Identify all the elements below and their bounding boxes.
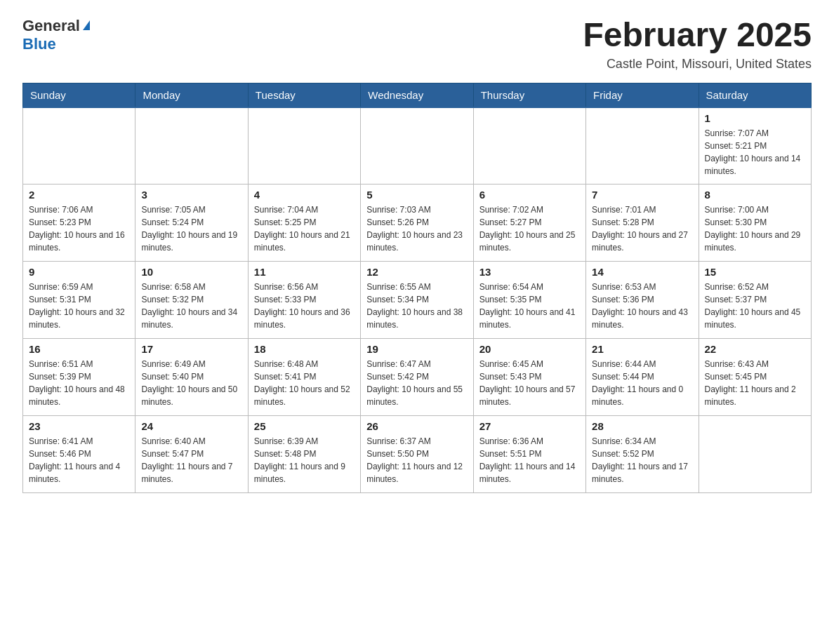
- day-info: Sunrise: 6:53 AMSunset: 5:36 PMDaylight:…: [592, 281, 692, 331]
- day-info: Sunrise: 7:00 AMSunset: 5:30 PMDaylight:…: [705, 203, 805, 254]
- calendar-cell: 12Sunrise: 6:55 AMSunset: 5:34 PMDayligh…: [361, 262, 473, 339]
- calendar-cell: 16Sunrise: 6:51 AMSunset: 5:39 PMDayligh…: [23, 339, 135, 416]
- calendar-cell: [699, 416, 811, 493]
- calendar-cell: 18Sunrise: 6:48 AMSunset: 5:41 PMDayligh…: [248, 339, 360, 416]
- day-number: 23: [29, 420, 129, 432]
- day-info: Sunrise: 6:44 AMSunset: 5:44 PMDaylight:…: [592, 358, 692, 408]
- month-title: February 2025: [583, 17, 812, 54]
- day-number: 18: [254, 343, 355, 355]
- day-number: 3: [141, 189, 241, 201]
- day-info: Sunrise: 6:40 AMSunset: 5:47 PMDaylight:…: [141, 435, 241, 485]
- calendar-cell: 26Sunrise: 6:37 AMSunset: 5:50 PMDayligh…: [361, 416, 473, 493]
- day-number: 12: [366, 266, 467, 278]
- calendar-cell: 2Sunrise: 7:06 AMSunset: 5:23 PMDaylight…: [23, 185, 135, 262]
- day-number: 10: [141, 266, 241, 278]
- calendar-week-row: 16Sunrise: 6:51 AMSunset: 5:39 PMDayligh…: [23, 339, 812, 416]
- calendar-cell: 22Sunrise: 6:43 AMSunset: 5:45 PMDayligh…: [699, 339, 811, 416]
- day-info: Sunrise: 7:06 AMSunset: 5:23 PMDaylight:…: [29, 203, 129, 254]
- day-number: 5: [366, 189, 467, 201]
- day-number: 22: [705, 343, 805, 355]
- calendar-cell: 10Sunrise: 6:58 AMSunset: 5:32 PMDayligh…: [135, 262, 248, 339]
- calendar-cell: 9Sunrise: 6:59 AMSunset: 5:31 PMDaylight…: [23, 262, 135, 339]
- calendar-week-row: 2Sunrise: 7:06 AMSunset: 5:23 PMDaylight…: [23, 185, 812, 262]
- day-number: 21: [592, 343, 692, 355]
- calendar-cell: [473, 107, 585, 185]
- day-info: Sunrise: 6:56 AMSunset: 5:33 PMDaylight:…: [254, 281, 355, 331]
- day-number: 14: [592, 266, 692, 278]
- calendar-cell: 28Sunrise: 6:34 AMSunset: 5:52 PMDayligh…: [586, 416, 699, 493]
- day-info: Sunrise: 6:39 AMSunset: 5:48 PMDaylight:…: [254, 435, 355, 485]
- day-info: Sunrise: 6:34 AMSunset: 5:52 PMDaylight:…: [592, 435, 692, 485]
- calendar-cell: 20Sunrise: 6:45 AMSunset: 5:43 PMDayligh…: [473, 339, 585, 416]
- weekday-header-tuesday: Tuesday: [248, 83, 360, 107]
- calendar-cell: 11Sunrise: 6:56 AMSunset: 5:33 PMDayligh…: [248, 262, 360, 339]
- weekday-header-wednesday: Wednesday: [361, 83, 473, 107]
- calendar-cell: 6Sunrise: 7:02 AMSunset: 5:27 PMDaylight…: [473, 185, 585, 262]
- day-info: Sunrise: 6:49 AMSunset: 5:40 PMDaylight:…: [141, 358, 241, 408]
- calendar-cell: 19Sunrise: 6:47 AMSunset: 5:42 PMDayligh…: [361, 339, 473, 416]
- weekday-header-saturday: Saturday: [699, 83, 811, 107]
- calendar-cell: 7Sunrise: 7:01 AMSunset: 5:28 PMDaylight…: [586, 185, 699, 262]
- calendar-cell: 23Sunrise: 6:41 AMSunset: 5:46 PMDayligh…: [23, 416, 135, 493]
- day-number: 2: [29, 189, 129, 201]
- day-info: Sunrise: 6:59 AMSunset: 5:31 PMDaylight:…: [29, 281, 129, 331]
- calendar-cell: 5Sunrise: 7:03 AMSunset: 5:26 PMDaylight…: [361, 185, 473, 262]
- day-number: 11: [254, 266, 355, 278]
- calendar-cell: 27Sunrise: 6:36 AMSunset: 5:51 PMDayligh…: [473, 416, 585, 493]
- day-number: 7: [592, 189, 692, 201]
- weekday-header-monday: Monday: [135, 83, 248, 107]
- calendar-cell: 24Sunrise: 6:40 AMSunset: 5:47 PMDayligh…: [135, 416, 248, 493]
- day-info: Sunrise: 6:58 AMSunset: 5:32 PMDaylight:…: [141, 281, 241, 331]
- day-number: 6: [479, 189, 580, 201]
- day-info: Sunrise: 7:05 AMSunset: 5:24 PMDaylight:…: [141, 203, 241, 254]
- logo-triangle-icon: [83, 20, 90, 30]
- day-info: Sunrise: 6:41 AMSunset: 5:46 PMDaylight:…: [29, 435, 129, 485]
- calendar-cell: 3Sunrise: 7:05 AMSunset: 5:24 PMDaylight…: [135, 185, 248, 262]
- calendar-week-row: 1Sunrise: 7:07 AMSunset: 5:21 PMDaylight…: [23, 107, 812, 185]
- calendar-cell: [248, 107, 360, 185]
- calendar-cell: [135, 107, 248, 185]
- calendar-cell: [586, 107, 699, 185]
- calendar-cell: 21Sunrise: 6:44 AMSunset: 5:44 PMDayligh…: [586, 339, 699, 416]
- calendar-cell: 14Sunrise: 6:53 AMSunset: 5:36 PMDayligh…: [586, 262, 699, 339]
- calendar-cell: [361, 107, 473, 185]
- day-info: Sunrise: 6:36 AMSunset: 5:51 PMDaylight:…: [479, 435, 580, 485]
- day-number: 9: [29, 266, 129, 278]
- day-info: Sunrise: 7:07 AMSunset: 5:21 PMDaylight:…: [705, 127, 805, 177]
- calendar-table: SundayMondayTuesdayWednesdayThursdayFrid…: [22, 83, 812, 494]
- day-number: 26: [366, 420, 467, 432]
- calendar-cell: 25Sunrise: 6:39 AMSunset: 5:48 PMDayligh…: [248, 416, 360, 493]
- day-number: 16: [29, 343, 129, 355]
- day-number: 27: [479, 420, 580, 432]
- day-number: 20: [479, 343, 580, 355]
- calendar-cell: 1Sunrise: 7:07 AMSunset: 5:21 PMDaylight…: [699, 107, 811, 185]
- weekday-header-row: SundayMondayTuesdayWednesdayThursdayFrid…: [23, 83, 812, 107]
- day-info: Sunrise: 6:52 AMSunset: 5:37 PMDaylight:…: [705, 281, 805, 331]
- day-number: 8: [705, 189, 805, 201]
- day-number: 17: [141, 343, 241, 355]
- day-number: 28: [592, 420, 692, 432]
- logo-blue-text: Blue: [22, 35, 56, 53]
- weekday-header-thursday: Thursday: [473, 83, 585, 107]
- day-info: Sunrise: 7:03 AMSunset: 5:26 PMDaylight:…: [366, 203, 467, 254]
- day-info: Sunrise: 6:48 AMSunset: 5:41 PMDaylight:…: [254, 358, 355, 408]
- calendar-cell: 4Sunrise: 7:04 AMSunset: 5:25 PMDaylight…: [248, 185, 360, 262]
- calendar-week-row: 23Sunrise: 6:41 AMSunset: 5:46 PMDayligh…: [23, 416, 812, 493]
- weekday-header-sunday: Sunday: [23, 83, 135, 107]
- day-number: 25: [254, 420, 355, 432]
- calendar-cell: 17Sunrise: 6:49 AMSunset: 5:40 PMDayligh…: [135, 339, 248, 416]
- day-info: Sunrise: 7:02 AMSunset: 5:27 PMDaylight:…: [479, 203, 580, 254]
- day-number: 4: [254, 189, 355, 201]
- day-info: Sunrise: 6:47 AMSunset: 5:42 PMDaylight:…: [366, 358, 467, 408]
- logo: General Blue: [22, 17, 90, 53]
- day-number: 1: [705, 112, 805, 124]
- day-number: 13: [479, 266, 580, 278]
- calendar-cell: 8Sunrise: 7:00 AMSunset: 5:30 PMDaylight…: [699, 185, 811, 262]
- day-info: Sunrise: 6:43 AMSunset: 5:45 PMDaylight:…: [705, 358, 805, 408]
- calendar-week-row: 9Sunrise: 6:59 AMSunset: 5:31 PMDaylight…: [23, 262, 812, 339]
- day-info: Sunrise: 6:54 AMSunset: 5:35 PMDaylight:…: [479, 281, 580, 331]
- page-header: General Blue February 2025 Castle Point,…: [22, 17, 812, 72]
- day-number: 19: [366, 343, 467, 355]
- day-info: Sunrise: 6:45 AMSunset: 5:43 PMDaylight:…: [479, 358, 580, 408]
- title-area: February 2025 Castle Point, Missouri, Un…: [583, 17, 812, 72]
